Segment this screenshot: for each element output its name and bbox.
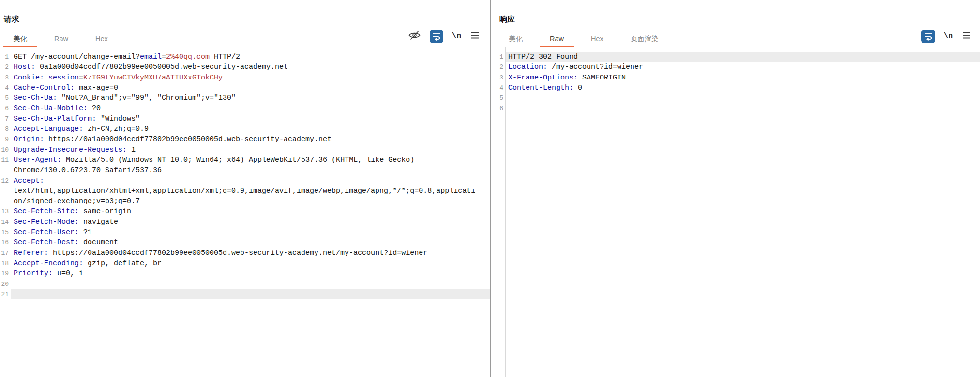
tab-hex[interactable]: Hex: [85, 31, 118, 47]
code-line: 5Sec-Ch-Ua: "Not?A_Brand";v="99", "Chrom…: [0, 93, 490, 103]
line-number: 12: [0, 176, 11, 207]
response-editor-icons: \n: [921, 30, 971, 43]
line-number: 2: [0, 62, 11, 72]
code-line: 13Sec-Fetch-Site: same-origin: [0, 206, 490, 217]
code-line: 12Accept: text/html,application/xhtml+xm…: [0, 176, 490, 207]
line-number: 6: [0, 103, 11, 113]
gutter-divider: [505, 47, 506, 377]
code-line: 6Sec-Ch-Ua-Mobile: ?0: [0, 103, 490, 113]
code-line: 19Priority: u=0, i: [0, 268, 490, 279]
line-number: 17: [0, 248, 11, 258]
word-wrap-toggle[interactable]: [921, 30, 935, 43]
editor-menu-icon[interactable]: [962, 31, 971, 41]
editor-menu-icon[interactable]: [470, 31, 480, 41]
line-number: 5: [491, 93, 505, 103]
code-line: 4Cache-Control: max-age=0: [0, 83, 490, 93]
line-number: 11: [0, 155, 11, 176]
code-line: 5: [491, 93, 980, 103]
request-tabbar: 美化RawHex: [3, 31, 118, 47]
line-number: 13: [0, 206, 11, 217]
response-tabbar: 美化RawHex页面渲染: [498, 31, 669, 47]
code-line: 10Upgrade-Insecure-Requests: 1: [0, 145, 490, 155]
hide-matches-icon[interactable]: [408, 30, 421, 43]
code-line: 14Sec-Fetch-Mode: navigate: [0, 217, 490, 227]
line-number: 8: [0, 124, 11, 134]
gutter-divider: [11, 47, 11, 377]
line-number: 18: [0, 258, 11, 268]
request-editor[interactable]: 1GET /my-account/change-email?email=2%40…: [0, 47, 490, 377]
request-panel-header: 请求 美化RawHex \n: [0, 0, 490, 47]
line-number: 4: [491, 83, 505, 93]
word-wrap-toggle[interactable]: [430, 30, 443, 43]
line-number: 2: [491, 62, 505, 72]
line-number: 10: [0, 145, 11, 155]
code-line: 4Content-Length: 0: [491, 83, 980, 93]
code-line: 3Cookie: session=KzTG9tYuwCTVkyMXU7aATIU…: [0, 73, 490, 83]
line-number: 21: [0, 289, 11, 299]
response-panel-header: 响应 美化RawHex页面渲染 \n: [491, 0, 980, 47]
line-number: 19: [0, 268, 11, 279]
line-number: 3: [0, 73, 11, 83]
code-line: 11User-Agent: Mozilla/5.0 (Windows NT 10…: [0, 155, 490, 176]
line-number: 6: [491, 103, 505, 113]
tab-raw[interactable]: Raw: [540, 31, 574, 47]
code-line: 20: [0, 279, 490, 289]
tab-raw[interactable]: Raw: [44, 31, 78, 47]
tab-render[interactable]: 页面渲染: [620, 31, 669, 47]
request-panel-title: 请求: [4, 15, 19, 25]
code-line: 2Location: /my-account?id=wiener: [491, 62, 980, 72]
code-line: 7Sec-Ch-Ua-Platform: "Windows": [0, 114, 490, 124]
request-editor-icons: \n: [408, 30, 480, 43]
code-line: 2Host: 0a1a000d04ccdf77802b99ee0050005d.…: [0, 62, 490, 72]
code-line: 21: [0, 289, 490, 299]
line-number: 1: [0, 52, 11, 62]
code-line: 16Sec-Fetch-Dest: document: [0, 237, 490, 248]
response-editor[interactable]: 1HTTP/2 302 Found2Location: /my-account?…: [491, 47, 980, 377]
line-number: 16: [0, 237, 11, 248]
line-number: 9: [0, 134, 11, 144]
code-line: 6: [491, 103, 980, 113]
line-number: 14: [0, 217, 11, 227]
tab-pretty[interactable]: 美化: [498, 31, 533, 47]
line-number: 1: [491, 52, 505, 62]
line-number: 15: [0, 227, 11, 237]
tab-pretty[interactable]: 美化: [3, 31, 37, 47]
line-number: 4: [0, 83, 11, 93]
code-line: 8Accept-Language: zh-CN,zh;q=0.9: [0, 124, 490, 134]
response-panel-title: 响应: [499, 15, 515, 25]
line-number: 20: [0, 279, 11, 289]
code-line: 15Sec-Fetch-User: ?1: [0, 227, 490, 237]
show-newlines-toggle[interactable]: \n: [944, 32, 953, 41]
burp-message-editor: 请求 美化RawHex \n 1GET /my-account/change-e…: [0, 0, 980, 377]
tab-hex[interactable]: Hex: [581, 31, 614, 47]
code-line: 18Accept-Encoding: gzip, deflate, br: [0, 258, 490, 268]
line-number: 7: [0, 114, 11, 124]
code-line: 1GET /my-account/change-email?email=2%40…: [0, 52, 490, 62]
response-panel: 响应 美化RawHex页面渲染 \n 1HTTP/2 302 Found2Loc…: [491, 0, 980, 377]
code-line: 3X-Frame-Options: SAMEORIGIN: [491, 73, 980, 83]
request-panel: 请求 美化RawHex \n 1GET /my-account/change-e…: [0, 0, 490, 377]
show-newlines-toggle[interactable]: \n: [452, 32, 461, 41]
code-line: 1HTTP/2 302 Found: [491, 52, 980, 62]
code-line: 17Referer: https://0a1a000d04ccdf77802b9…: [0, 248, 490, 258]
code-line: 9Origin: https://0a1a000d04ccdf77802b99e…: [0, 134, 490, 144]
line-number: 3: [491, 73, 505, 83]
line-number: 5: [0, 93, 11, 103]
